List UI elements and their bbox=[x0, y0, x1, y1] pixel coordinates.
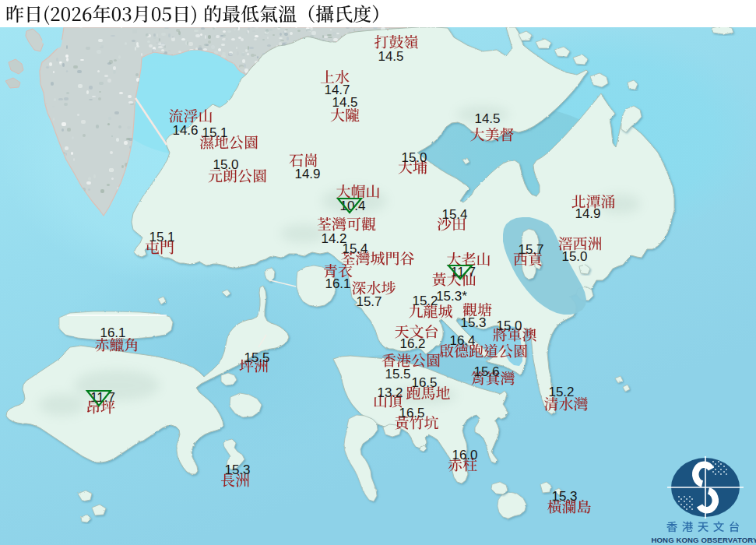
svg-text:14.9: 14.9 bbox=[294, 167, 320, 181]
svg-text:15.0: 15.0 bbox=[561, 249, 587, 264]
svg-text:15.4: 15.4 bbox=[342, 241, 367, 256]
svg-text:14.5: 14.5 bbox=[474, 111, 500, 126]
svg-text:15.3: 15.3 bbox=[460, 315, 486, 330]
svg-text:14.5: 14.5 bbox=[378, 49, 403, 64]
svg-text:15.6: 15.6 bbox=[473, 364, 499, 379]
svg-text:15.5: 15.5 bbox=[244, 350, 269, 365]
svg-text:15.3: 15.3 bbox=[224, 462, 250, 477]
svg-text:15.7: 15.7 bbox=[518, 242, 543, 257]
svg-text:15.1: 15.1 bbox=[149, 230, 174, 244]
svg-text:14.6: 14.6 bbox=[172, 123, 198, 138]
svg-text:15.0: 15.0 bbox=[213, 157, 238, 172]
svg-text:16.2: 16.2 bbox=[399, 336, 425, 351]
svg-text:HONG KONG OBSERVATORY: HONG KONG OBSERVATORY bbox=[652, 536, 756, 544]
svg-text:16.1: 16.1 bbox=[100, 325, 125, 340]
svg-text:15.3: 15.3 bbox=[551, 489, 577, 504]
svg-text:15.0: 15.0 bbox=[496, 318, 522, 333]
svg-text:16.4: 16.4 bbox=[449, 333, 475, 348]
svg-text:15.2: 15.2 bbox=[548, 385, 574, 399]
svg-text:16.5: 16.5 bbox=[399, 406, 424, 420]
svg-text:15.0: 15.0 bbox=[401, 150, 427, 165]
svg-text:15.2: 15.2 bbox=[412, 294, 438, 308]
svg-text:15.5: 15.5 bbox=[385, 367, 410, 382]
svg-text:13.2: 13.2 bbox=[377, 385, 403, 400]
svg-text:16.0: 16.0 bbox=[452, 448, 477, 462]
svg-text:15.4: 15.4 bbox=[441, 207, 467, 222]
svg-text:15.7: 15.7 bbox=[356, 294, 382, 309]
svg-text:11.7: 11.7 bbox=[90, 390, 115, 405]
svg-text:14.9: 14.9 bbox=[575, 206, 600, 221]
svg-text:14.5: 14.5 bbox=[332, 95, 357, 110]
svg-text:15.3*: 15.3* bbox=[436, 289, 467, 304]
svg-text:16.1: 16.1 bbox=[325, 276, 350, 291]
svg-text:16.5: 16.5 bbox=[411, 375, 437, 390]
svg-text:15.1: 15.1 bbox=[202, 125, 227, 140]
